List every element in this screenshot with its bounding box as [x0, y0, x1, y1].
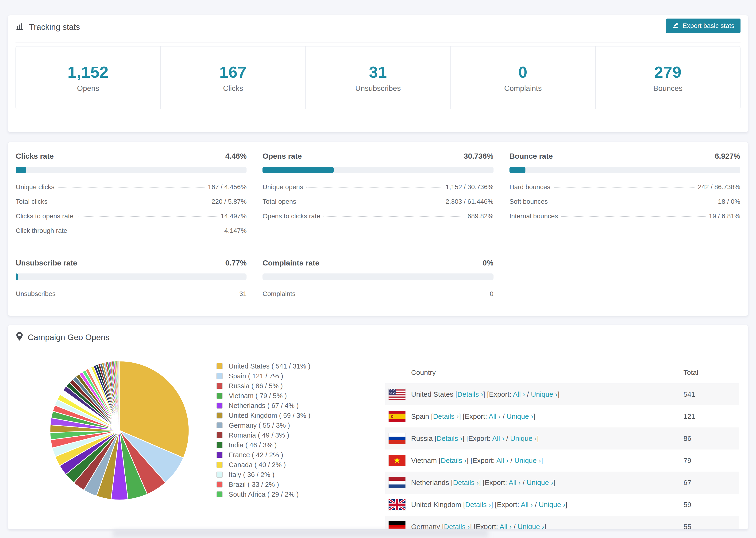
- export-all-link[interactable]: All ›: [496, 457, 509, 464]
- rate-row: Unsubscribes31: [16, 287, 246, 301]
- geo-table-header-row: Country Total: [385, 362, 739, 383]
- legend-label: Canada ( 40 / 2% ): [229, 461, 286, 469]
- details-link[interactable]: Details ›: [453, 479, 479, 486]
- rate-value: 0.77%: [225, 259, 247, 267]
- rate-block-unsubscribe-rate: Unsubscribe rate0.77%Unsubscribes31: [16, 259, 246, 301]
- dotted-leader: [298, 294, 486, 295]
- geo-row-bracket: ]: [544, 523, 546, 529]
- geo-row-separator: /: [533, 501, 539, 509]
- legend-item[interactable]: Italy ( 36 / 2% ): [216, 470, 310, 480]
- rate-row-label: Hard bounces: [510, 183, 550, 191]
- rate-head: Complaints rate0%: [262, 259, 493, 267]
- rate-title: Opens rate: [262, 152, 302, 161]
- geo-row-bracket: ]: [541, 457, 543, 464]
- legend-item[interactable]: Romania ( 49 / 3% ): [216, 430, 310, 440]
- legend-swatch: [216, 363, 223, 369]
- dotted-leader: [551, 202, 715, 202]
- legend-item[interactable]: Netherlands ( 67 / 4% ): [216, 401, 310, 410]
- tracking-stats-title: Tracking stats: [29, 22, 80, 32]
- rate-value: 30.736%: [464, 152, 493, 161]
- rate-head: Unsubscribe rate0.77%: [16, 259, 246, 267]
- details-link[interactable]: Details ›: [465, 501, 491, 509]
- geo-row-export-prefix: ] [Export:: [491, 501, 521, 509]
- rate-row-value: 4.147%: [224, 227, 246, 235]
- rate-title: Complaints rate: [262, 259, 319, 267]
- rate-row: Total clicks220 / 5.87%: [16, 194, 246, 209]
- geo-row-bracket: ]: [553, 479, 555, 486]
- geo-row-bracket: ]: [533, 412, 535, 420]
- export-all-link[interactable]: All ›: [492, 435, 504, 442]
- rate-title: Bounce rate: [510, 152, 553, 161]
- geo-opens-pie-chart[interactable]: [49, 360, 190, 501]
- geo-title: Campaign Geo Opens: [28, 333, 109, 342]
- export-all-link[interactable]: All ›: [500, 523, 512, 529]
- details-link[interactable]: Details ›: [441, 457, 466, 464]
- legend-item[interactable]: Brazil ( 33 / 2% ): [216, 480, 310, 489]
- export-unique-link[interactable]: Unique ›: [514, 457, 541, 464]
- tracking-stats-card: Tracking stats Export basic stats 1,152O…: [8, 15, 748, 133]
- legend-item[interactable]: Germany ( 55 / 3% ): [216, 420, 310, 430]
- geo-row-country: Netherlands [Details ›] [Export: All › /…: [411, 479, 683, 487]
- rate-value: 0%: [482, 259, 493, 267]
- legend-item[interactable]: United States ( 541 / 31% ): [216, 361, 310, 371]
- header-divider: [16, 42, 740, 42]
- rate-row: Opens to clicks rate689.82%: [262, 209, 493, 224]
- stat-label: Bounces: [653, 84, 683, 93]
- details-link[interactable]: Details ›: [436, 435, 462, 442]
- geo-table-row: Germany [Details ›] [Export: All › / Uni…: [385, 516, 739, 529]
- export-unique-link[interactable]: Unique ›: [518, 523, 544, 529]
- rate-progress-track: [262, 273, 493, 280]
- stat-label: Opens: [77, 84, 99, 93]
- geo-row-country: Russia [Details ›] [Export: All › / Uniq…: [411, 435, 683, 443]
- geo-row-total: 67: [683, 479, 739, 487]
- rate-rows: Unique opens1,152 / 30.736%Total opens2,…: [262, 180, 493, 224]
- legend-item[interactable]: Russia ( 86 / 5% ): [216, 381, 310, 391]
- legend-label: Russia ( 86 / 5% ): [229, 382, 283, 390]
- legend-item[interactable]: United Kingdom ( 59 / 3% ): [216, 410, 310, 420]
- rate-row-label: Opens to clicks rate: [262, 212, 320, 220]
- rate-row: Soft bounces18 / 0%: [510, 194, 740, 209]
- rate-value: 6.927%: [715, 152, 740, 161]
- rate-progress-fill: [510, 167, 525, 173]
- export-unique-link[interactable]: Unique ›: [527, 479, 553, 486]
- rate-progress-fill: [16, 273, 18, 280]
- export-unique-link[interactable]: Unique ›: [539, 501, 566, 509]
- legend-item[interactable]: Canada ( 40 / 2% ): [216, 460, 310, 470]
- rate-row-value: 167 / 4.456%: [208, 183, 246, 191]
- rate-progress-track: [16, 273, 246, 280]
- geo-table-header-total: Total: [683, 368, 739, 377]
- details-link[interactable]: Details ›: [444, 523, 470, 529]
- export-unique-link[interactable]: Unique ›: [507, 412, 533, 420]
- pie-legend: United States ( 541 / 31% )Spain ( 121 /…: [216, 361, 310, 499]
- legend-label: Romania ( 49 / 3% ): [229, 431, 289, 439]
- legend-item[interactable]: Spain ( 121 / 7% ): [216, 371, 310, 381]
- legend-item[interactable]: South Africa ( 29 / 2% ): [216, 489, 310, 499]
- legend-item[interactable]: Vietnam ( 79 / 5% ): [216, 391, 310, 401]
- rate-progress-fill: [16, 167, 26, 173]
- rate-block-complaints-rate: Complaints rate0%Complaints0: [262, 259, 493, 301]
- geo-header-divider: [16, 351, 740, 352]
- export-basic-stats-button[interactable]: Export basic stats: [666, 19, 740, 33]
- geo-row-export-prefix: ] [Export:: [479, 479, 509, 486]
- geo-row-country-name: United Kingdom [: [411, 501, 465, 509]
- legend-item[interactable]: India ( 46 / 3% ): [216, 440, 310, 450]
- rate-row-value: 18 / 0%: [718, 198, 740, 205]
- legend-item[interactable]: France ( 42 / 2% ): [216, 450, 310, 460]
- rate-progress-fill: [262, 167, 333, 173]
- details-link[interactable]: Details ›: [458, 390, 483, 398]
- export-all-link[interactable]: All ›: [509, 479, 521, 486]
- stat-cell-unsubscribes: 31Unsubscribes: [305, 46, 450, 109]
- export-all-link[interactable]: All ›: [513, 390, 525, 398]
- export-button-label: Export basic stats: [682, 22, 734, 29]
- rate-head: Clicks rate4.46%: [16, 152, 246, 161]
- geo-row-total: 59: [683, 501, 739, 509]
- export-unique-link[interactable]: Unique ›: [510, 435, 537, 442]
- export-unique-link[interactable]: Unique ›: [531, 390, 557, 398]
- details-link[interactable]: Details ›: [433, 412, 459, 420]
- rate-row: Clicks to opens rate14.497%: [16, 209, 246, 224]
- rate-row-label: Clicks to opens rate: [16, 212, 74, 220]
- export-all-link[interactable]: All ›: [521, 501, 533, 509]
- rate-block-clicks-rate: Clicks rate4.46%Unique clicks167 / 4.456…: [16, 152, 246, 238]
- export-all-link[interactable]: All ›: [489, 412, 501, 420]
- rate-progress-track: [510, 167, 740, 173]
